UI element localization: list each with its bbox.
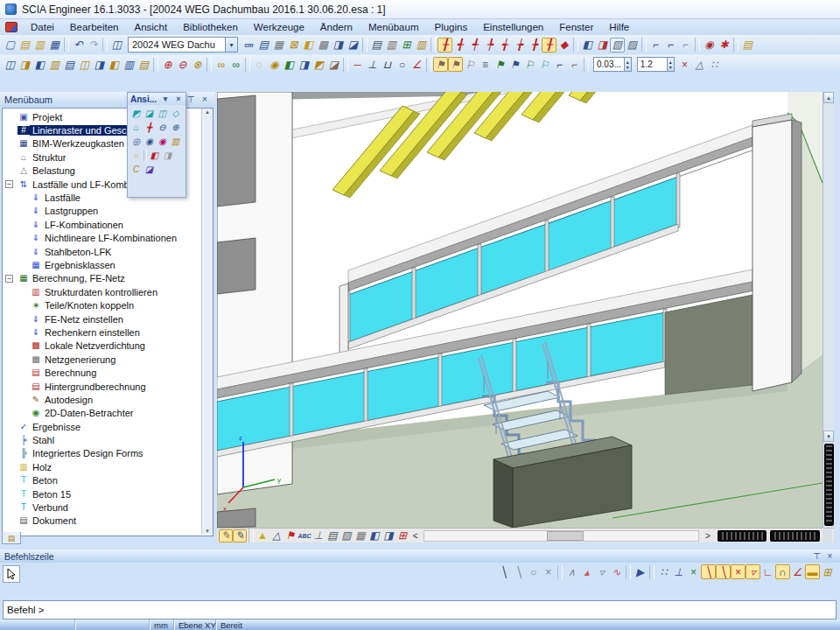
beam-tool-icon[interactable]: ◨ xyxy=(18,57,32,72)
grid-snap-icon[interactable]: ∷ xyxy=(656,564,671,579)
close-icon[interactable]: × xyxy=(174,94,183,103)
show-labels-icon[interactable]: ABC xyxy=(298,529,312,542)
endpoint-snap-icon[interactable]: ╲ xyxy=(701,564,716,579)
scroll-up-icon[interactable]: ▴ xyxy=(206,108,209,116)
center-model-icon[interactable]: ◆ xyxy=(556,38,571,52)
angle-spinner[interactable]: 1.2 ▴▾ xyxy=(637,57,675,72)
view-parameters-all-icon[interactable]: ▨ xyxy=(625,38,640,52)
viewport-horizontal-scrollbar[interactable] xyxy=(424,530,699,542)
open-layout-icon[interactable]: ▤ xyxy=(740,38,755,52)
connect-members-icon[interactable]: ⊕ xyxy=(160,57,175,72)
menu-item[interactable]: Datei xyxy=(23,21,62,33)
search-icon[interactable]: ◌ xyxy=(252,57,267,72)
render-settings-icon[interactable]: ▨ xyxy=(340,529,354,542)
dot-grid-icon[interactable]: ∷ xyxy=(707,57,722,72)
view-flag8-icon[interactable]: ⌐ xyxy=(567,57,582,72)
undo-icon[interactable]: ↶ xyxy=(71,38,86,52)
tree-item-beton[interactable]: − T Beton xyxy=(3,474,213,487)
rotate-icon[interactable]: ◪ xyxy=(326,57,341,72)
engineering-report-icon[interactable]: ▥ xyxy=(414,38,429,52)
save-icon[interactable]: ▦ xyxy=(47,38,62,52)
menu-item[interactable]: Hilfe xyxy=(601,21,637,33)
chevron-down-icon[interactable]: ▾ xyxy=(225,38,237,52)
sidebar-tab-icon[interactable]: ▤ xyxy=(2,532,21,544)
rotation-step-icon[interactable]: × xyxy=(677,57,692,72)
zoom-out-icon[interactable]: ⊖ xyxy=(156,121,169,135)
tree-item-beton-15[interactable]: − T Beton 15 xyxy=(3,487,213,500)
new-project-icon[interactable]: ▢ xyxy=(3,38,18,52)
import-icon[interactable]: ▥ xyxy=(32,38,47,52)
show-dimensions-icon[interactable]: ⊥ xyxy=(312,529,326,542)
dialog-icon[interactable]: ◨ xyxy=(331,38,346,52)
corner-window-icon[interactable]: ⌐ xyxy=(648,38,663,52)
snap-arrow-icon[interactable]: ▴ xyxy=(579,564,594,579)
rectangle-tool-icon[interactable]: ⊔ xyxy=(380,57,395,72)
filter-nodes-icon[interactable]: ╉ xyxy=(452,38,467,52)
tree-item-nichtlineare-lfk[interactable]: − ⇓ Nichtlineare LF-Kombinationen xyxy=(3,232,213,245)
vertical-zoom-slider[interactable] xyxy=(824,444,834,526)
spinner-arrows-icon[interactable]: ▴▾ xyxy=(624,58,631,71)
tree-item-berechnung[interactable]: − ▤ Berechnung xyxy=(3,366,213,379)
tree-item-verbund[interactable]: − T Verbund xyxy=(3,500,213,514)
view-flag3-icon[interactable]: ⚑ xyxy=(493,57,508,72)
menu-item[interactable]: Plugins xyxy=(426,21,475,33)
filter-local-axes-icon[interactable]: ╊ xyxy=(527,38,542,52)
filter-labels-icon[interactable]: ╆ xyxy=(512,38,527,52)
intersection-snap-icon[interactable]: × xyxy=(686,564,701,579)
tree-item-hintergrundberechnung[interactable]: − ▤ Hintergrundberechnung xyxy=(3,380,213,393)
view-parameters-icon[interactable]: ▧ xyxy=(610,38,625,52)
project-combobox[interactable]: 20024 WEG Dachu ▾ xyxy=(128,37,238,52)
tree-item-stahl[interactable]: − ╞ Stahl xyxy=(3,433,213,446)
open-project-icon[interactable]: ▤ xyxy=(18,38,32,52)
show-supports-icon[interactable]: △ xyxy=(270,529,284,542)
angle-tool-icon[interactable]: ∠ xyxy=(410,57,424,72)
angle-snap-icon[interactable]: ∠ xyxy=(790,564,805,579)
corner-window2-icon[interactable]: ⌐ xyxy=(663,38,678,52)
wireframe-icon[interactable]: ✎ xyxy=(219,529,233,542)
tree-scrollbar[interactable]: ▴ ▾ xyxy=(201,108,213,535)
scroll-down-icon[interactable]: ▾ xyxy=(823,430,834,442)
zoom-in-icon[interactable]: ⊕ xyxy=(169,121,182,135)
layers-icon[interactable]: ▤ xyxy=(256,38,271,52)
view-panel-header[interactable]: Ansi... ▾ × xyxy=(128,93,186,105)
grid-view-icon[interactable]: ⊞ xyxy=(396,529,410,542)
window-view-icon[interactable]: ◪ xyxy=(143,163,156,177)
snap-line-icon[interactable]: ╲ xyxy=(496,564,511,579)
expand-icon[interactable]: − xyxy=(5,275,13,283)
tree-item-teile-knoten[interactable]: − ∗ Teile/Knoten koppeln xyxy=(3,298,213,312)
save-view-icon[interactable]: ◧ xyxy=(580,38,595,52)
tree-item-ergebnisse[interactable]: − ✓ Ergebnisse xyxy=(3,420,213,433)
tree-item-idf[interactable]: − ╠ Integriertes Design Forms xyxy=(3,447,213,460)
filter-all-icon[interactable]: ╂ xyxy=(542,38,556,52)
units-icon[interactable]: cm xyxy=(242,38,256,52)
view-y-icon[interactable]: ◪ xyxy=(143,107,156,121)
rib-tool-icon[interactable]: ◧ xyxy=(107,57,122,72)
view-image1-icon[interactable]: ◧ xyxy=(368,529,382,542)
tree-item-lf-kombinationen[interactable]: − ⇓ LF-Kombinationen xyxy=(3,218,213,231)
section-icon[interactable]: ≡ xyxy=(478,57,493,72)
filter-hinges-icon[interactable]: ╄ xyxy=(482,38,497,52)
fly-mode-icon[interactable]: ✱ xyxy=(717,38,732,52)
tree-item-autodesign[interactable]: − ✎ Autodesign xyxy=(3,393,213,406)
tree-item-netzverdichtung[interactable]: − ▩ Lokale Netzverdichtung xyxy=(3,340,213,353)
circle-tool-icon[interactable]: ○ xyxy=(395,57,410,72)
cross-link-icon[interactable]: ⊗ xyxy=(190,57,205,72)
activity-icon[interactable]: ⊠ xyxy=(286,38,301,52)
close-icon[interactable]: × xyxy=(824,551,836,561)
print-preview-icon[interactable]: ▥ xyxy=(384,38,399,52)
3d-viewport[interactable]: z y x ▴ ▾ ✎✎▲△⚑ABC⊥▤▨▦◧◨⊞ < > xyxy=(217,92,834,542)
view-axo-icon[interactable]: ◇ xyxy=(169,107,182,121)
properties-panel-icon[interactable]: ◫ xyxy=(109,38,124,52)
pin-icon[interactable]: ⊤ xyxy=(811,551,822,561)
perpendicular-tool-icon[interactable]: ⊥ xyxy=(365,57,380,72)
corner-window3-icon[interactable]: ⌐ xyxy=(678,38,693,52)
expand-icon[interactable]: − xyxy=(5,180,13,188)
show-load-labels-icon[interactable]: ⚑ xyxy=(284,529,298,542)
filter-loads-icon[interactable]: ╅ xyxy=(497,38,512,52)
tree-item-stahlbeton-lfk[interactable]: − ⇓ Stahlbeton-LFK xyxy=(3,245,213,258)
tree-item-2d-daten[interactable]: − ◉ 2D-Daten-Betrachter xyxy=(3,407,213,420)
status-plane[interactable]: Ebene XY xyxy=(174,620,216,630)
close-icon[interactable]: × xyxy=(199,94,211,104)
move-icon[interactable]: ◩ xyxy=(312,57,326,72)
rafter-tool-icon[interactable]: ◧ xyxy=(32,57,47,72)
